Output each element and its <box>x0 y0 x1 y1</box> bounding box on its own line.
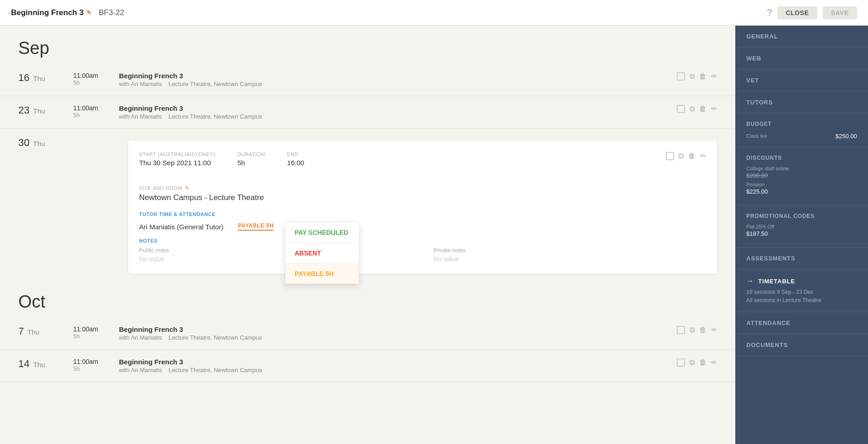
delete-button[interactable]: 🗑 <box>699 72 706 81</box>
day-col: 14 Thu <box>18 358 73 370</box>
copy-button[interactable]: ⧉ <box>690 358 695 367</box>
sidebar-item-assessments[interactable]: ASSESSMENTS <box>735 248 868 270</box>
session-row: 14 Thu 11:00am 5h Beginning French 3 wit… <box>0 350 735 382</box>
save-button[interactable]: SAVE <box>823 6 857 19</box>
sidebar-item-general[interactable]: GENERAL <box>735 26 868 48</box>
copy-button[interactable]: ⧉ <box>690 326 695 334</box>
delete-button[interactable]: 🗑 <box>699 358 706 367</box>
sidebar-item-documents[interactable]: DOCUMENTS <box>735 334 868 356</box>
college-staff-value: $200.00 <box>746 172 857 179</box>
session-checkbox[interactable] <box>677 358 685 367</box>
edit-title-icon[interactable]: ✎ <box>86 9 92 16</box>
day-name: Thu <box>33 107 45 115</box>
session-meta: with Ari Maniatis Lecture Theatre, Newto… <box>119 81 677 87</box>
delete-button[interactable]: 🗑 <box>699 105 706 113</box>
college-staff-field: College staff online $200.00 <box>746 166 857 179</box>
budget-title: BUDGET <box>746 121 857 127</box>
flat-discount-field: Flat 25% Off $187.50 <box>746 224 857 237</box>
session-meta: with Ari Maniatis Lecture Theatre, Newto… <box>119 367 677 374</box>
close-button[interactable]: CLOSE <box>777 6 817 19</box>
session-time: 11:00am <box>73 72 119 79</box>
end-label: End <box>287 152 304 157</box>
start-field: Start (Australia/Sydney) Thu 30 Sep 2021… <box>139 152 216 167</box>
session-actions: ⧉ 🗑 ✏ <box>677 358 717 367</box>
time-col: 11:00am 5h <box>73 358 119 372</box>
external-link-icon[interactable]: ✎ <box>185 185 190 191</box>
session-name: Beginning French 3 <box>119 104 677 112</box>
session-actions: ⧉ 🗑 ✏ <box>677 104 717 113</box>
day-col: 23 Thu <box>18 104 73 116</box>
duration-label: Duration <box>237 152 265 157</box>
tutor-name: Ari Maniatis (General Tutor) <box>139 223 223 231</box>
course-code: BF3-22 <box>99 8 124 17</box>
class-fee-value: $250.00 <box>836 133 857 140</box>
time-col: 11:00am 5h <box>73 72 119 86</box>
delete-button[interactable]: 🗑 <box>699 326 706 334</box>
session-checkbox[interactable] <box>677 72 685 81</box>
session-name: Beginning French 3 <box>119 325 677 333</box>
class-fee-label: Class fee <box>746 133 767 139</box>
day-col: 16 Thu <box>18 72 73 84</box>
dropdown-item-pay-scheduled[interactable]: PAY SCHEDULED <box>286 222 359 243</box>
sidebar-discounts-section: DISCOUNTS College staff online $200.00 P… <box>735 147 868 206</box>
copy-button[interactable]: ⧉ <box>690 105 695 113</box>
dropdown-item-payable[interactable]: PAYABLE 5H <box>286 264 359 284</box>
day-col: 7 Thu <box>18 325 73 337</box>
session-checkbox[interactable] <box>666 152 674 160</box>
session-meta: with Ari Maniatis Lecture Theatre, Newto… <box>119 113 677 120</box>
site-room-value: Newtown Campus - Lecture Theatre <box>139 193 706 202</box>
time-col: 11:00am 5h <box>73 104 119 119</box>
site-room-label: Site and room ✎ <box>139 185 706 191</box>
pension-label: Pension <box>746 182 857 187</box>
private-notes-value: No value <box>434 255 706 263</box>
session-row: 23 Thu 11:00am 5h Beginning French 3 wit… <box>0 96 735 129</box>
session-duration: 5h <box>73 333 119 340</box>
edit-button[interactable]: ✏ <box>711 325 717 334</box>
session-time: 11:00am <box>73 325 119 333</box>
session-row-expanded: 30 Thu Start (Australia/Sydney) Thu 30 S… <box>0 129 735 279</box>
sidebar-item-vet[interactable]: VET <box>735 70 868 92</box>
month-label-oct: Oct <box>0 279 735 317</box>
sidebar-item-tutors[interactable]: TUTORS <box>735 92 868 114</box>
sidebar: GENERAL WEB VET TUTORS BUDGET Class fee … <box>735 26 868 444</box>
payable-badge[interactable]: PAYABLE 5H <box>238 222 274 231</box>
content-area: Sep 16 Thu 11:00am 5h Beginning French 3… <box>0 26 735 444</box>
notes-row: Public notes No value Private notes No v… <box>139 247 706 263</box>
card-header: Start (Australia/Sydney) Thu 30 Sep 2021… <box>139 152 304 167</box>
day-number: 23 <box>18 104 29 116</box>
sidebar-item-web[interactable]: WEB <box>735 48 868 70</box>
session-time: 11:00am <box>73 358 119 365</box>
timetable-title: TIMETABLE <box>758 278 795 285</box>
flat-value: $187.50 <box>746 230 857 237</box>
session-duration: 5h <box>73 79 119 86</box>
start-label: Start (Australia/Sydney) <box>139 152 216 157</box>
delete-button[interactable]: 🗑 <box>688 152 695 160</box>
session-duration: 5h <box>73 112 119 119</box>
session-checkbox[interactable] <box>677 105 685 113</box>
payable-dropdown: PAY SCHEDULED ABSENT PAYABLE 5H <box>286 222 359 284</box>
notes-section: NOTES Public notes No value Private note… <box>139 238 706 263</box>
sidebar-item-attendance[interactable]: ATTENDANCE <box>735 312 868 334</box>
edit-button[interactable]: ✏ <box>711 358 717 367</box>
public-notes-col: Public notes No value <box>139 247 412 263</box>
edit-button[interactable]: ✏ <box>711 72 717 81</box>
help-button[interactable]: ? <box>767 7 772 18</box>
end-field: End 16:00 <box>287 152 304 167</box>
sidebar-item-timetable[interactable]: → TIMETABLE 16 sessions 9 Sep - 23 DecAl… <box>735 270 868 312</box>
timetable-meta: 16 sessions 9 Sep - 23 DecAll sessions i… <box>746 288 857 304</box>
course-title: Beginning French 3 <box>11 8 84 17</box>
session-checkbox[interactable] <box>677 326 685 334</box>
site-room-field: Site and room ✎ Newtown Campus - Lecture… <box>139 185 706 202</box>
session-name: Beginning French 3 <box>119 358 677 366</box>
copy-button[interactable]: ⧉ <box>690 72 695 81</box>
session-name: Beginning French 3 <box>119 72 677 80</box>
day-name: Thu <box>33 140 45 147</box>
card-header-actions: ⧉ 🗑 ✏ <box>666 152 706 160</box>
copy-button[interactable]: ⧉ <box>679 152 684 160</box>
edit-button[interactable]: ✏ <box>711 104 717 113</box>
edit-button[interactable]: ✏ <box>700 152 706 160</box>
dropdown-item-absent[interactable]: ABSENT <box>286 243 359 264</box>
month-sep: Sep 16 Thu 11:00am 5h Beginning French 3… <box>0 26 735 279</box>
session-info: Beginning French 3 with Ari Maniatis Lec… <box>119 358 677 374</box>
topbar: Beginning French 3 ✎ BF3-22 ? CLOSE SAVE <box>0 0 868 26</box>
